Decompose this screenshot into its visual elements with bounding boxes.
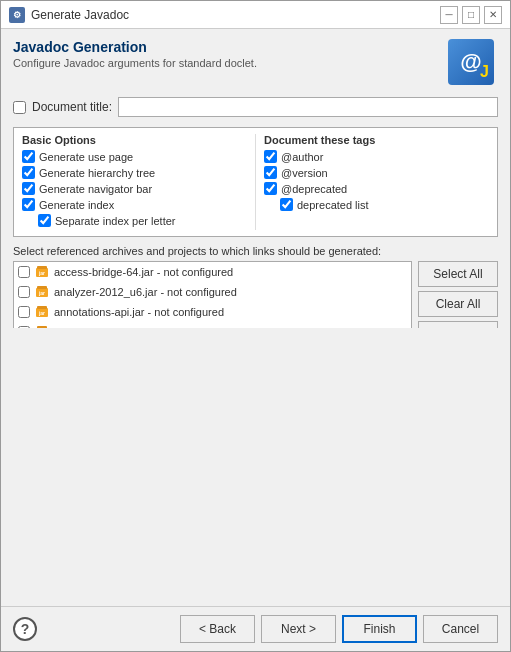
option-generate-use: Generate use page — [22, 150, 247, 163]
basic-options-title: Basic Options — [22, 134, 247, 146]
window-icon: ⚙ — [9, 7, 25, 23]
select-all-button[interactable]: Select All — [418, 261, 498, 287]
tag-deprecated-list-label: deprecated list — [297, 199, 369, 211]
option-hierarchy: Generate hierarchy tree — [22, 166, 247, 179]
list-item: jar access-bridge-64.jar - not configure… — [14, 262, 411, 282]
tag-version-checkbox[interactable] — [264, 166, 277, 179]
option-navigator: Generate navigator bar — [22, 182, 247, 195]
document-title-checkbox[interactable] — [13, 101, 26, 114]
option-index: Generate index — [22, 198, 247, 211]
close-button[interactable]: ✕ — [484, 6, 502, 24]
tag-deprecated-label: @deprecated — [281, 183, 347, 195]
archives-label: Select referenced archives and projects … — [13, 245, 498, 257]
archive-checkbox[interactable] — [18, 266, 30, 278]
svg-rect-7 — [37, 306, 47, 309]
maximize-button[interactable]: □ — [462, 6, 480, 24]
option-hierarchy-checkbox[interactable] — [22, 166, 35, 179]
document-title-row: Document title: — [13, 97, 498, 117]
logo-shape: @ J — [448, 39, 494, 85]
finish-button[interactable]: Finish — [342, 615, 417, 643]
option-index-checkbox[interactable] — [22, 198, 35, 211]
page-subtitle: Configure Javadoc arguments for standard… — [13, 57, 257, 69]
logo-at-symbol: @ — [460, 51, 481, 73]
option-generate-use-checkbox[interactable] — [22, 150, 35, 163]
archives-list[interactable]: jar access-bridge-64.jar - not configure… — [14, 262, 411, 328]
jar-icon: jar — [34, 304, 50, 320]
svg-rect-1 — [37, 266, 47, 269]
option-separate-index-label: Separate index per letter — [55, 215, 175, 227]
doc-tags-section: Document these tags @author @version @de… — [256, 134, 489, 230]
main-content: Javadoc Generation Configure Javadoc arg… — [1, 29, 510, 328]
tag-author: @author — [264, 150, 489, 163]
tag-deprecated: @deprecated — [264, 182, 489, 195]
window-controls: ─ □ ✕ — [440, 6, 502, 24]
svg-text:jar: jar — [38, 270, 45, 276]
list-item: jar aopalliance-1.0.jar - not configured — [14, 322, 411, 328]
option-index-label: Generate index — [39, 199, 114, 211]
tag-deprecated-checkbox[interactable] — [264, 182, 277, 195]
header-text: Javadoc Generation Configure Javadoc arg… — [13, 39, 257, 69]
javadoc-logo: @ J — [448, 39, 498, 89]
options-panel: Basic Options Generate use page Generate… — [13, 127, 498, 237]
archive-checkbox[interactable] — [18, 286, 30, 298]
next-button[interactable]: Next > — [261, 615, 336, 643]
help-button[interactable]: ? — [13, 617, 37, 641]
main-window: ⚙ Generate Javadoc ─ □ ✕ Javadoc Generat… — [0, 0, 511, 652]
svg-rect-10 — [37, 326, 47, 328]
tag-version: @version — [264, 166, 489, 179]
window-title: Generate Javadoc — [31, 8, 434, 22]
doc-tags-title: Document these tags — [264, 134, 489, 146]
clear-all-button[interactable]: Clear All — [418, 291, 498, 317]
document-title-label: Document title: — [32, 100, 112, 114]
archive-checkbox[interactable] — [18, 306, 30, 318]
svg-rect-4 — [37, 286, 47, 289]
option-navigator-label: Generate navigator bar — [39, 183, 152, 195]
archives-list-container: jar access-bridge-64.jar - not configure… — [13, 261, 412, 328]
tag-version-label: @version — [281, 167, 328, 179]
jar-icon: jar — [34, 264, 50, 280]
archives-buttons: Select All Clear All Browse... — [418, 261, 498, 328]
option-generate-use-label: Generate use page — [39, 151, 133, 163]
svg-text:jar: jar — [38, 310, 45, 316]
option-separate-index: Separate index per letter — [38, 214, 247, 227]
tag-deprecated-list: deprecated list — [280, 198, 489, 211]
option-separate-index-checkbox[interactable] — [38, 214, 51, 227]
archives-section: Select referenced archives and projects … — [13, 245, 498, 328]
title-bar: ⚙ Generate Javadoc ─ □ ✕ — [1, 1, 510, 29]
logo-j-symbol: J — [480, 63, 489, 81]
tag-author-label: @author — [281, 151, 323, 163]
back-button[interactable]: < Back — [180, 615, 255, 643]
tag-author-checkbox[interactable] — [264, 150, 277, 163]
svg-text:jar: jar — [38, 290, 45, 296]
list-item: jar annotations-api.jar - not configured — [14, 302, 411, 322]
content-spacer — [1, 328, 510, 607]
jar-icon: jar — [34, 324, 50, 328]
minimize-button[interactable]: ─ — [440, 6, 458, 24]
page-title: Javadoc Generation — [13, 39, 257, 55]
option-navigator-checkbox[interactable] — [22, 182, 35, 195]
tag-deprecated-list-checkbox[interactable] — [280, 198, 293, 211]
list-item: jar analyzer-2012_u6.jar - not configure… — [14, 282, 411, 302]
archive-checkbox[interactable] — [18, 326, 30, 328]
archives-area: jar access-bridge-64.jar - not configure… — [13, 261, 498, 328]
option-hierarchy-label: Generate hierarchy tree — [39, 167, 155, 179]
header-area: Javadoc Generation Configure Javadoc arg… — [13, 39, 498, 89]
document-title-input[interactable] — [118, 97, 498, 117]
jar-icon: jar — [34, 284, 50, 300]
basic-options-section: Basic Options Generate use page Generate… — [22, 134, 256, 230]
cancel-button[interactable]: Cancel — [423, 615, 498, 643]
bottom-bar: ? < Back Next > Finish Cancel — [1, 606, 510, 651]
